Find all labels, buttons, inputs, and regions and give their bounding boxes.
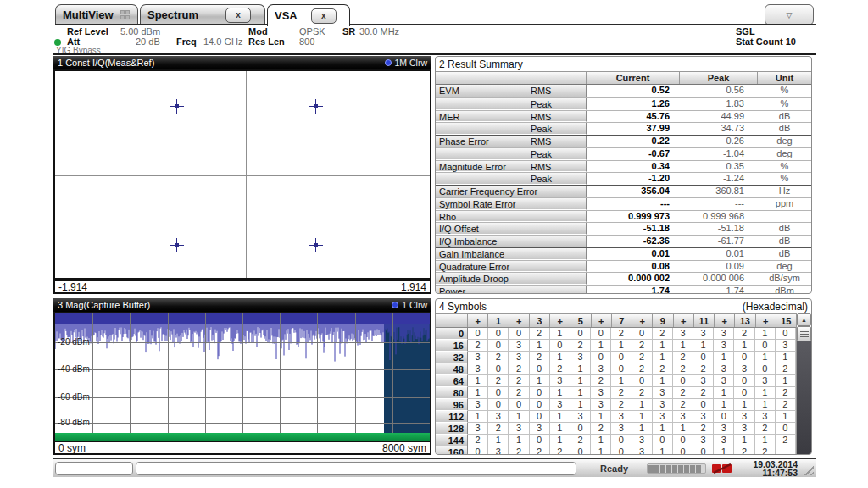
- symbols-col-header: 9: [653, 314, 673, 327]
- symbol-value-cell: 0: [488, 340, 509, 352]
- mag-panel-header[interactable]: 3 Mag(Capture Buffer) 1 Clrw: [53, 298, 431, 312]
- progress-segment: [660, 465, 665, 473]
- const-panel-header[interactable]: 1 Const I/Q(Meas&Ref) 1M Clrw: [53, 56, 431, 69]
- ref-level-label[interactable]: Ref Level: [67, 26, 108, 36]
- mag-plot-area[interactable]: -20 dBm-40 dBm-60 dBm-80 dBm: [53, 312, 431, 433]
- result-param-cell[interactable]: Peak: [436, 123, 587, 135]
- result-param-cell[interactable]: Peak: [436, 98, 587, 110]
- result-param-name: Carrier Frequency Error: [439, 186, 537, 197]
- result-param-cell[interactable]: I/Q Imbalance: [436, 236, 587, 247]
- symbols-row-header[interactable]: 32: [436, 352, 468, 363]
- result-param-cell[interactable]: I/Q Offset: [436, 223, 587, 235]
- result-param-cell[interactable]: Amplitude Droop: [436, 273, 587, 285]
- symbol-value-cell: 0: [653, 435, 673, 446]
- result-param-cell[interactable]: Gain Imbalance: [436, 248, 587, 260]
- tab-overflow-dropdown-button[interactable]: ▽: [765, 4, 814, 25]
- scroll-up-button[interactable]: ▲: [797, 313, 811, 326]
- symbol-value-cell: 3: [714, 423, 734, 435]
- symbol-value-cell: 2: [693, 423, 714, 435]
- symbol-value-cell: 1: [653, 446, 673, 455]
- symbol-value-cell: 2: [468, 340, 488, 352]
- symbols-scrollbar[interactable]: ▲ ▼: [796, 313, 811, 455]
- symbol-value-cell: 0: [776, 423, 796, 435]
- result-param-cell[interactable]: Carrier Frequency Error: [436, 186, 587, 197]
- symbol-value-cell: 1: [550, 387, 570, 399]
- result-param-cell[interactable]: EVMRMS: [436, 85, 587, 97]
- result-param-sub: RMS: [531, 86, 551, 96]
- mag-gridline-v: [355, 313, 356, 433]
- tab-spectrum[interactable]: Spectrum x: [140, 4, 265, 25]
- mag-gridline-v: [168, 313, 169, 433]
- symbol-value-cell: 2: [611, 328, 632, 340]
- result-param-cell[interactable]: Symbol Rate Error: [436, 198, 587, 210]
- symbol-value-cell: 1: [570, 387, 591, 399]
- multiview-grid-icon: [120, 10, 130, 19]
- symbols-row-header[interactable]: 128: [436, 423, 468, 435]
- symbols-row-header[interactable]: 112: [436, 411, 468, 423]
- symbol-value-cell: 3: [693, 411, 714, 423]
- progress-segment: [678, 465, 683, 473]
- result-param-cell[interactable]: Rho: [436, 211, 587, 223]
- result-row: I/Q Imbalance-62.36-61.77dB: [436, 235, 811, 247]
- const-x-axis-bar: -1.914 1.914: [53, 280, 431, 294]
- symbol-value-cell: 1: [591, 446, 611, 455]
- symbol-value-cell: 0: [530, 363, 550, 375]
- result-param-cell[interactable]: Peak: [436, 173, 587, 185]
- scrollbar-track[interactable]: [797, 341, 811, 455]
- sr-label[interactable]: SR: [342, 26, 355, 36]
- result-param-cell[interactable]: Magnitude ErrorRMS: [436, 161, 587, 173]
- result-param-name: Magnitude Error: [439, 162, 506, 172]
- tab-vsa-close-button[interactable]: x: [311, 8, 337, 24]
- symbols-row-header[interactable]: 144: [436, 435, 468, 446]
- symbol-value-cell: 2: [632, 352, 653, 363]
- symbols-row-header[interactable]: 0: [436, 328, 468, 340]
- symbol-value-cell: 3: [734, 423, 754, 435]
- res-len-label[interactable]: Res Len: [248, 36, 285, 47]
- mod-label[interactable]: Mod: [248, 26, 268, 36]
- result-param-cell[interactable]: MERRMS: [436, 111, 587, 123]
- symbols-row: 801020113223221012: [436, 387, 796, 399]
- symbol-value-cell: 1: [570, 399, 591, 411]
- freq-label[interactable]: Freq: [176, 36, 197, 47]
- symbol-value-cell: 0: [755, 363, 776, 375]
- result-param-cell[interactable]: Power: [436, 286, 587, 294]
- symbol-value-cell: 1: [776, 411, 796, 423]
- symbol-value-cell: 1: [468, 411, 488, 423]
- symbol-value-cell: 0: [714, 411, 734, 423]
- symbol-value-cell: 2: [755, 423, 776, 435]
- result-param-name: Amplitude Droop: [439, 274, 509, 284]
- result-param-cell[interactable]: Peak: [436, 148, 587, 160]
- symbol-value-cell: 2: [673, 352, 693, 363]
- symbols-row-header[interactable]: 160: [436, 446, 468, 455]
- result-peak-value: 0.01: [680, 248, 758, 260]
- symbol-value-cell: 1: [755, 399, 776, 411]
- close-icon: x: [236, 11, 241, 19]
- scrollbar-thumb[interactable]: [797, 326, 811, 341]
- symbol-value-cell: 2: [570, 340, 591, 352]
- symbol-value-cell: 3: [488, 446, 509, 455]
- mag-gridline-h: [55, 423, 430, 424]
- mag-gridline-v: [242, 313, 243, 433]
- window-resize-grip[interactable]: [802, 463, 814, 475]
- symbols-col-header: +: [592, 314, 612, 327]
- tab-multiview[interactable]: MultiView: [55, 4, 138, 25]
- result-param-cell[interactable]: Phase ErrorRMS: [436, 136, 587, 147]
- symbols-row-header[interactable]: 48: [436, 363, 468, 375]
- symbols-row-header[interactable]: 16: [436, 340, 468, 352]
- symbols-row-header[interactable]: 64: [436, 375, 468, 387]
- symbols-row-header[interactable]: 80: [436, 387, 468, 399]
- result-param-cell[interactable]: Quadrature Error: [436, 261, 587, 273]
- symbols-row-header[interactable]: 96: [436, 399, 468, 411]
- tab-spectrum-close-button[interactable]: x: [225, 8, 251, 23]
- tab-vsa[interactable]: VSA x: [267, 4, 350, 26]
- symbol-value-cell: 3: [591, 399, 611, 411]
- symbols-row: 323232130021201011: [436, 352, 796, 363]
- constellation-plot-area[interactable]: [53, 69, 431, 280]
- result-current-value: -62.36: [587, 236, 680, 247]
- progress-segment: [648, 465, 654, 473]
- symbols-panel[interactable]: 4 Symbols (Hexadecimal) +1+3+5+7+9+11+13…: [435, 298, 812, 455]
- result-summary-column-headers: Current Peak Unit: [436, 71, 811, 85]
- result-current-value: 1.26: [587, 98, 680, 110]
- result-row: Rho0.999 9730.999 968: [436, 210, 811, 223]
- result-summary-panel[interactable]: 2 Result Summary Current Peak Unit EVMRM…: [435, 56, 812, 294]
